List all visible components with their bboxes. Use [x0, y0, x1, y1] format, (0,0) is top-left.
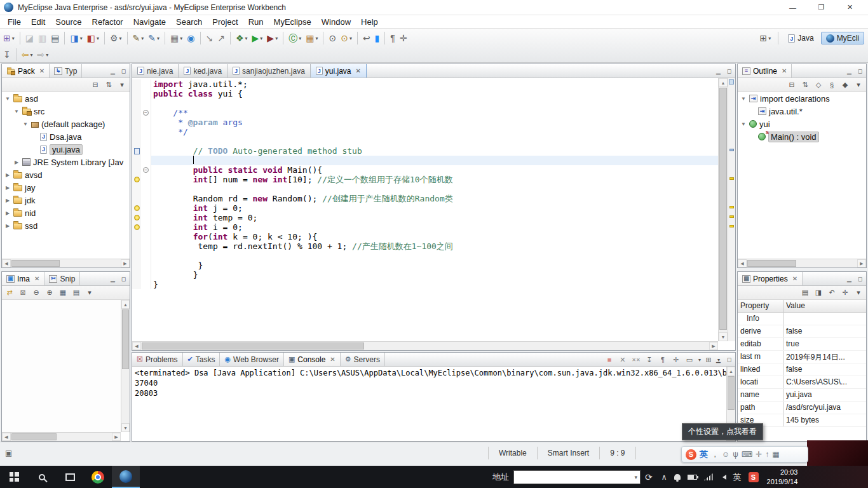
dropdown-arrow-icon[interactable]: ▾ [349, 36, 352, 41]
value-column-header[interactable]: Value [783, 300, 808, 312]
overview-mark[interactable] [729, 149, 734, 151]
dropdown-arrow-icon[interactable]: ▾ [275, 36, 278, 41]
database-explorer-icon[interactable]: ▦▾ [168, 30, 184, 46]
view-menu-icon[interactable]: ▾ [853, 287, 864, 299]
property-row-linked[interactable]: linkedfalse [738, 363, 866, 376]
overview-mark[interactable] [729, 177, 734, 180]
select-cell-icon[interactable]: ⊠ [17, 287, 29, 299]
pin-editor-icon[interactable]: ✛ [398, 30, 409, 46]
expander-icon[interactable]: ▶ [4, 198, 11, 203]
code-text[interactable] [151, 184, 718, 194]
upload-icon[interactable]: ↑ [765, 450, 769, 459]
tab-properties[interactable]: ▤ Properties ✕ [738, 272, 803, 285]
tree-item-jdk[interactable]: ▶jdk [2, 194, 130, 207]
property-row-name[interactable]: nameyui.java [738, 389, 866, 402]
hide-static-members-icon[interactable]: § [826, 79, 837, 91]
address-input[interactable]: ▾ [513, 470, 641, 484]
maximize-panel-icon[interactable]: ◻ [725, 67, 733, 75]
menu-search[interactable]: Search [171, 15, 207, 29]
code-text[interactable]: } [151, 270, 718, 280]
dropdown-arrow-icon[interactable]: ▾ [80, 36, 83, 41]
horizontal-scrollbar[interactable]: ◀▶ [2, 432, 121, 441]
close-icon[interactable]: ✕ [330, 356, 335, 363]
new-java-package-icon[interactable]: ▦▾ [304, 30, 320, 46]
code-text[interactable]: int temp = 0; [151, 213, 718, 222]
web-browser-icon[interactable]: ◉ [185, 30, 196, 46]
tab-type-hierarchy[interactable]: ↳ Typ [50, 64, 82, 78]
maximize-panel-icon[interactable]: ◻ [119, 67, 128, 75]
tree-item-yui-java[interactable]: Jyui.java [2, 143, 130, 156]
code-text[interactable] [151, 98, 718, 108]
open-console-icon[interactable]: ⊞ [703, 354, 714, 365]
code-text[interactable] [151, 137, 718, 146]
property-column-header[interactable]: Property [738, 300, 783, 312]
bulb-marker-icon[interactable] [134, 205, 140, 211]
tree-item-yui[interactable]: ▼yui [738, 118, 866, 130]
minimize-panel-icon[interactable]: ▁ [109, 274, 117, 283]
word-wrap-icon[interactable]: ¶ [657, 354, 668, 365]
collapse-all-icon[interactable]: ⊟ [786, 79, 797, 91]
scrollbar-thumb[interactable] [122, 309, 129, 369]
dropdown-arrow-icon[interactable]: ▾ [698, 357, 701, 363]
tab-console[interactable]: ▣Console✕ [284, 353, 341, 366]
voice-input-icon[interactable]: ψ [733, 450, 738, 459]
minimize-panel-icon[interactable]: ▁ [714, 67, 722, 75]
perspective-java[interactable]: J Java [783, 32, 818, 44]
scroll-right-icon[interactable]: ▶ [112, 433, 121, 441]
bulb-marker-icon[interactable] [134, 215, 140, 220]
code-text[interactable]: public static void Main(){ [151, 165, 718, 175]
ime-language-indicator[interactable]: 英 [733, 471, 742, 483]
scrollbar-thumb[interactable] [11, 260, 60, 267]
maximize-panel-icon[interactable]: ◻ [856, 67, 864, 75]
restore-view-icon[interactable]: ↧ [1, 47, 13, 62]
dropdown-arrow-icon[interactable]: ▾ [315, 36, 318, 41]
scroll-left-icon[interactable]: ◀ [2, 259, 11, 268]
tree-item-import-declarations[interactable]: ▼⇥import declarations [738, 92, 866, 105]
scrollbar-thumb[interactable] [719, 88, 727, 330]
code-text[interactable]: */ [151, 127, 718, 137]
scroll-right-icon[interactable]: ▶ [709, 342, 718, 350]
dropdown-arrow-icon[interactable]: ▾ [260, 36, 262, 41]
tab-problems[interactable]: ☒Problems [132, 353, 183, 366]
code-text[interactable]: /** [151, 108, 718, 118]
view-menu-icon[interactable]: ▾ [116, 79, 128, 91]
scroll-right-icon[interactable]: ▶ [121, 259, 130, 268]
horizontal-scrollbar[interactable]: ◀▶ [2, 259, 130, 268]
remove-launch-icon[interactable]: ✕ [617, 354, 628, 365]
quick-launch-icon[interactable]: ✎▾ [131, 30, 146, 46]
scroll-left-icon[interactable]: ◀ [738, 259, 747, 268]
menu-window[interactable]: Window [316, 15, 356, 29]
minimize-panel-icon[interactable]: ▁ [845, 67, 853, 75]
tab-package-explorer[interactable]: Pack ✕ [2, 64, 50, 78]
hide-non-public-icon[interactable]: ◆ [839, 79, 851, 91]
code-text[interactable]: int j = 0; [151, 203, 718, 213]
overview-mark[interactable] [729, 225, 734, 227]
fold-collapse-icon[interactable]: − [143, 110, 149, 116]
expander-icon[interactable]: ▼ [740, 121, 747, 127]
property-row-derive[interactable]: derivefalse [738, 325, 866, 338]
expander-icon[interactable]: ▶ [4, 172, 11, 178]
tree-item-main-void[interactable]: Main() : void [738, 130, 866, 143]
code-text[interactable]: // TODO Auto-generated method stub [151, 146, 718, 156]
close-icon[interactable]: ✕ [782, 67, 787, 74]
perspective-myeclipse[interactable]: MyEcli [821, 32, 864, 44]
language-mode-indicator[interactable]: 英 [700, 449, 708, 460]
menu-file[interactable]: File [3, 15, 26, 29]
code-editor[interactable]: import java.util.*;public class yui {− /… [132, 78, 735, 341]
zoom-in-icon[interactable]: ⊕ [44, 287, 55, 299]
scrollbar-thumb[interactable] [728, 376, 735, 410]
external-tools-icon[interactable]: ▶▾ [265, 30, 280, 46]
dropdown-arrow-icon[interactable]: ▾ [157, 36, 159, 41]
console-output[interactable]: <terminated> Dsa [Java Application] C:\U… [132, 367, 726, 441]
tree-item-dsa-java[interactable]: JDsa.java [2, 130, 130, 143]
task-view-button[interactable] [56, 466, 84, 488]
scroll-left-icon[interactable]: ◀ [132, 342, 141, 350]
horizontal-scrollbar[interactable]: ◀▶ [738, 259, 866, 268]
last-edit-location-icon[interactable]: ↩ [361, 30, 372, 46]
code-text[interactable]: } [151, 261, 718, 270]
tab-tasks[interactable]: ✔Tasks [183, 353, 220, 366]
minimize-button[interactable]: — [778, 0, 807, 15]
network-icon[interactable] [704, 473, 713, 480]
tree-item-jay[interactable]: ▶jay [2, 181, 130, 194]
zoom-100-icon[interactable]: ▦ [57, 287, 69, 299]
